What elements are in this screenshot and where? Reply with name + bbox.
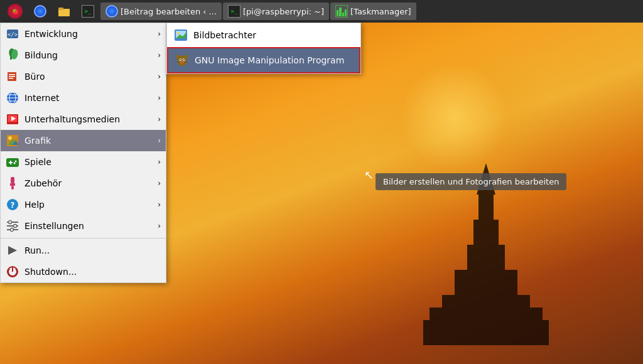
- internet-arrow: ›: [158, 94, 161, 102]
- help-arrow: ›: [158, 200, 161, 209]
- submenu-item-gimp[interactable]: GNU Image Manipulation Program: [167, 47, 360, 73]
- svg-marker-50: [8, 246, 17, 255]
- svg-point-60: [180, 59, 181, 60]
- mouse-cursor: ↖: [364, 168, 374, 181]
- menu-item-spiele[interactable]: Spiele ›: [1, 151, 166, 173]
- pi-terminal-tab[interactable]: >_ [pi@raspberrypi: ~]: [223, 3, 329, 20]
- menu-item-zubehoer[interactable]: Zubehör ›: [1, 173, 166, 194]
- unterhaltungsmedien-label: Unterhaltungsmedien: [24, 114, 161, 124]
- svg-rect-36: [9, 162, 13, 163]
- beitrag-browser-icon: [105, 5, 118, 18]
- svg-rect-0: [423, 320, 549, 345]
- raspi-logo: 🍓: [8, 4, 23, 19]
- svg-rect-39: [11, 177, 14, 183]
- svg-text:</>: </>: [8, 31, 18, 38]
- entwicklung-label: Entwicklung: [24, 29, 161, 39]
- spiele-icon: [6, 155, 19, 169]
- svg-point-49: [11, 228, 14, 232]
- menu-item-run[interactable]: Run...: [1, 240, 166, 261]
- svg-rect-7: [430, 308, 442, 320]
- svg-rect-4: [473, 220, 499, 248]
- gimp-label: GNU Image Manipulation Program: [195, 55, 353, 65]
- gimp-icon: [175, 53, 190, 68]
- help-label: Help: [24, 200, 161, 210]
- beitrag-label: [Beitrag bearbeiten ‹ ...: [121, 7, 217, 16]
- zubehoer-arrow: ›: [158, 179, 161, 188]
- svg-rect-12: [58, 8, 63, 10]
- menu-item-buero[interactable]: Büro ›: [1, 66, 166, 87]
- browser-icon: [34, 5, 46, 18]
- svg-rect-20: [9, 76, 15, 77]
- einstellungen-label: Einstellungen: [24, 221, 161, 231]
- filemanager-button[interactable]: [53, 3, 75, 20]
- folder-icon: [58, 5, 70, 18]
- bildung-label: Bildung: [24, 50, 161, 60]
- einstellungen-icon: [6, 219, 19, 233]
- svg-point-55: [177, 32, 180, 35]
- svg-point-31: [8, 136, 12, 140]
- svg-rect-2: [455, 270, 517, 298]
- bildbetrachter-icon: [173, 28, 188, 43]
- internet-label: Internet: [24, 93, 161, 103]
- zubehoer-icon: [6, 176, 19, 190]
- submenu-item-bildbetrachter[interactable]: Bildbetrachter: [167, 23, 360, 47]
- taskmanager-icon: [335, 5, 348, 18]
- svg-rect-21: [9, 78, 13, 79]
- svg-text:?: ?: [11, 201, 15, 210]
- svg-rect-41: [11, 186, 14, 190]
- svg-point-37: [15, 161, 17, 163]
- shutdown-label: Shutdown...: [24, 267, 161, 277]
- grafik-arrow: ›: [158, 136, 161, 145]
- unterhaltungsmedien-icon: [6, 112, 19, 126]
- bildbetrachter-label: Bildbetrachter: [193, 30, 354, 40]
- svg-point-61: [183, 59, 185, 60]
- buero-arrow: ›: [158, 72, 161, 81]
- grafik-submenu: Bildbetrachter: [166, 23, 361, 74]
- entwicklung-arrow: ›: [158, 29, 161, 38]
- svg-rect-5: [478, 195, 494, 223]
- bildung-icon: [6, 48, 19, 62]
- run-icon: [6, 244, 19, 257]
- svg-rect-52: [12, 267, 13, 272]
- svg-point-62: [180, 61, 184, 63]
- menu-item-help[interactable]: ? Help ›: [1, 194, 166, 215]
- svg-rect-1: [442, 295, 530, 323]
- taskmanager-tab[interactable]: [Taskmanager]: [330, 3, 416, 20]
- pi-terminal-icon: >_: [228, 5, 240, 18]
- shutdown-icon: [6, 265, 19, 279]
- spiele-arrow: ›: [158, 158, 161, 166]
- menu-item-grafik[interactable]: Grafik ›: [1, 130, 166, 151]
- svg-rect-19: [9, 74, 15, 75]
- terminal-icon: >_: [82, 5, 94, 18]
- bildung-arrow: ›: [158, 51, 161, 60]
- svg-point-48: [14, 225, 17, 228]
- internet-icon: [6, 91, 19, 105]
- svg-rect-40: [10, 183, 15, 186]
- svg-text:🍓: 🍓: [12, 8, 19, 16]
- beitrag-tab[interactable]: [Beitrag bearbeiten ‹ ...: [100, 3, 222, 20]
- pi-terminal-label: [pi@raspberrypi: ~]: [243, 7, 324, 16]
- menu-item-entwicklung[interactable]: </> Entwicklung ›: [1, 23, 166, 45]
- taskmanager-label: [Taskmanager]: [350, 7, 411, 16]
- menu-item-internet[interactable]: Internet ›: [1, 87, 166, 109]
- raspi-menu-button[interactable]: 🍓: [3, 3, 28, 20]
- svg-rect-8: [530, 308, 543, 320]
- terminal-button[interactable]: >_: [77, 3, 99, 20]
- run-label: Run...: [24, 245, 161, 255]
- menu-item-unterhaltungsmedien[interactable]: Unterhaltungsmedien ›: [1, 109, 166, 130]
- menu-item-shutdown[interactable]: Shutdown...: [1, 261, 166, 282]
- spiele-label: Spiele: [24, 157, 161, 167]
- tooltip: Bilder erstellen und Fotografien bearbei…: [376, 173, 566, 190]
- svg-point-47: [9, 221, 12, 224]
- taskbar: 🍓 >_ [Beitrag bearbeiten ‹ ... >_: [0, 0, 643, 23]
- svg-point-38: [14, 163, 16, 164]
- browser-button[interactable]: [29, 3, 51, 20]
- menu-item-bildung[interactable]: Bildung ›: [1, 45, 166, 66]
- menu-item-einstellungen[interactable]: Einstellungen ›: [1, 215, 166, 237]
- svg-rect-3: [467, 245, 505, 273]
- buero-label: Büro: [24, 72, 161, 82]
- buero-icon: [6, 70, 19, 83]
- help-icon: ?: [6, 198, 19, 211]
- grafik-icon: [6, 134, 19, 147]
- application-menu: </> Entwicklung › Bildung ›: [0, 23, 166, 283]
